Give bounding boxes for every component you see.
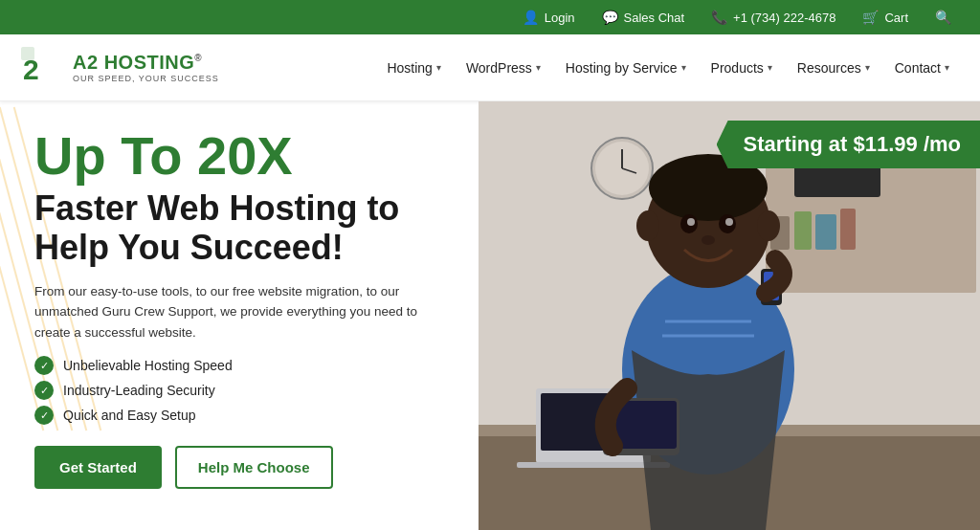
- search-icon: 🔍: [935, 10, 951, 25]
- phone-number: +1 (734) 222-4678: [733, 11, 835, 25]
- search-link[interactable]: 🔍: [935, 10, 951, 25]
- check-icon: ✓: [34, 406, 54, 425]
- login-link[interactable]: 👤 Login: [523, 10, 575, 25]
- navbar: 2 A2 HOSTING® OUR SPEED, YOUR SUCCESS Ho…: [0, 34, 980, 101]
- login-label: Login: [545, 11, 575, 25]
- chevron-down-icon: ▾: [436, 62, 441, 73]
- chevron-down-icon: ▾: [865, 62, 870, 73]
- hero-description: From our easy-to-use tools, to our free …: [34, 281, 436, 343]
- nav-item-hosting[interactable]: Hosting ▾: [375, 55, 452, 81]
- hero-title-black: Faster Web Hosting to Help You Succeed!: [34, 188, 444, 268]
- check-icon: ✓: [34, 381, 54, 400]
- svg-point-29: [757, 210, 780, 241]
- svg-point-35: [702, 235, 715, 245]
- hero-title-green: Up To 20X: [34, 128, 444, 185]
- cta-buttons: Get Started Help Me Choose: [34, 446, 444, 489]
- hero-content: Up To 20X Faster Web Hosting to Help You…: [34, 128, 444, 489]
- logo-icon: 2: [19, 45, 65, 91]
- check-icon: ✓: [34, 356, 54, 375]
- svg-point-28: [636, 210, 659, 241]
- top-bar: 👤 Login 💬 Sales Chat 📞 +1 (734) 222-4678…: [0, 0, 980, 34]
- logo-tagline: OUR SPEED, YOUR SUCCESS: [73, 74, 219, 83]
- logo-name: A2 HOSTING®: [73, 52, 219, 74]
- hero-image-bg: LATTE MENU: [479, 101, 980, 530]
- logo-text: A2 HOSTING® OUR SPEED, YOUR SUCCESS: [73, 52, 219, 83]
- feature-item: ✓ Industry-Leading Security: [34, 381, 444, 400]
- phone-link[interactable]: 📞 +1 (734) 222-4678: [711, 10, 835, 25]
- nav-item-resources[interactable]: Resources ▾: [786, 55, 881, 81]
- nav-item-wordpress[interactable]: WordPress ▾: [455, 55, 552, 81]
- get-started-button[interactable]: Get Started: [34, 446, 162, 489]
- sales-chat-label: Sales Chat: [624, 11, 685, 25]
- nav-item-products[interactable]: Products ▾: [700, 55, 784, 81]
- svg-point-33: [687, 218, 695, 226]
- chevron-down-icon: ▾: [945, 62, 949, 73]
- logo[interactable]: 2 A2 HOSTING® OUR SPEED, YOUR SUCCESS: [19, 45, 219, 91]
- main-content: Up To 20X Faster Web Hosting to Help You…: [0, 101, 980, 530]
- chevron-down-icon: ▾: [681, 62, 686, 73]
- svg-rect-15: [815, 214, 836, 250]
- nav-item-hosting-by-service[interactable]: Hosting by Service ▾: [554, 55, 698, 81]
- price-text: Starting at $11.99 /mo: [744, 132, 961, 156]
- help-me-choose-button[interactable]: Help Me Choose: [175, 446, 333, 489]
- feature-item: ✓ Unbelievable Hosting Speed: [34, 356, 444, 375]
- hero-left: Up To 20X Faster Web Hosting to Help You…: [0, 101, 479, 530]
- price-banner: Starting at $11.99 /mo: [717, 121, 980, 168]
- feature-label: Unbelievable Hosting Speed: [63, 358, 233, 373]
- svg-rect-14: [794, 211, 812, 250]
- main-nav: Hosting ▾ WordPress ▾ Hosting by Service…: [248, 55, 961, 81]
- feature-item: ✓ Quick and Easy Setup: [34, 406, 444, 425]
- chevron-down-icon: ▾: [536, 62, 541, 73]
- cart-link[interactable]: 🛒 Cart: [862, 10, 908, 25]
- chevron-down-icon: ▾: [768, 62, 772, 73]
- phone-icon: 📞: [711, 10, 727, 25]
- svg-rect-2: [21, 47, 34, 60]
- cart-icon: 🛒: [862, 10, 879, 25]
- user-icon: 👤: [523, 10, 539, 25]
- feature-label: Industry-Leading Security: [63, 383, 215, 398]
- cart-label: Cart: [884, 11, 908, 25]
- svg-rect-16: [840, 209, 856, 250]
- svg-point-34: [725, 218, 733, 226]
- feature-label: Quick and Easy Setup: [63, 408, 196, 423]
- hero-right: LATTE MENU: [479, 101, 980, 530]
- chat-icon: 💬: [602, 10, 618, 25]
- sales-chat-link[interactable]: 💬 Sales Chat: [602, 10, 685, 25]
- nav-item-contact[interactable]: Contact ▾: [883, 55, 961, 81]
- features-list: ✓ Unbelievable Hosting Speed ✓ Industry-…: [34, 356, 444, 425]
